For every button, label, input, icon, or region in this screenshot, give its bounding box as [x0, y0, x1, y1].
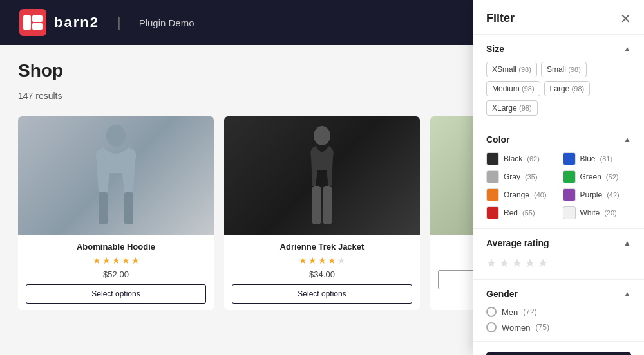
svg-rect-2 [32, 23, 43, 30]
rating-section-title: Average rating [486, 238, 549, 248]
svg-rect-8 [124, 192, 133, 224]
color-swatch-purple [563, 188, 576, 201]
product-image [18, 116, 214, 235]
svg-rect-11 [323, 186, 332, 224]
filter-header: Filter ✕ [473, 0, 644, 35]
product-card: Abominable Hoodie ★ ★ ★ ★ ★ $52.00 Selec… [18, 116, 214, 310]
svg-point-9 [314, 126, 330, 145]
color-item-white[interactable]: White (20) [563, 206, 632, 219]
product-info: Adrienne Trek Jacket ★ ★ ★ ★ ★ $34.00 Se… [224, 235, 420, 310]
main-layout: Shop 147 results Filter [0, 45, 644, 355]
rating-star-2[interactable]: ★ [499, 256, 509, 270]
rating-star-1[interactable]: ★ [486, 256, 497, 270]
filter-color-section: Color ▲ Black (62) Blue (81) Gray (35) [473, 125, 644, 229]
color-swatch-red [486, 206, 499, 219]
radio-women [486, 322, 497, 332]
product-name: Abominable Hoodie [26, 242, 206, 251]
gender-chevron-icon: ▲ [623, 289, 631, 298]
product-price: $52.00 [26, 269, 206, 279]
size-tag-large[interactable]: Large (98) [544, 81, 591, 96]
color-section-title: Color [486, 134, 510, 145]
product-stars: ★ ★ ★ ★ ★ [26, 255, 206, 266]
product-stars: ★ ★ ★ ★ ★ [232, 255, 412, 266]
color-section-header: Color ▲ [486, 134, 631, 145]
select-options-button[interactable]: Select options [26, 284, 206, 304]
color-grid: Black (62) Blue (81) Gray (35) Green (52… [486, 152, 631, 219]
gender-section-title: Gender [486, 289, 518, 299]
product-card: Adrienne Trek Jacket ★ ★ ★ ★ ★ $34.00 Se… [224, 116, 420, 310]
color-item-black[interactable]: Black (62) [486, 152, 555, 165]
color-swatch-black [486, 152, 499, 165]
product-image [224, 116, 420, 235]
logo-icon [19, 9, 46, 36]
rating-chevron-icon: ▲ [623, 239, 631, 248]
rating-star-5[interactable]: ★ [538, 256, 548, 270]
size-tag-small[interactable]: Small (98) [541, 62, 587, 77]
filter-panel-title: Filter [486, 12, 515, 25]
color-swatch-blue [563, 152, 576, 165]
svg-rect-1 [32, 15, 43, 22]
filter-size-section: Size ▲ XSmall (98) Small (98) Medium (98… [473, 35, 644, 125]
product-silhouette [293, 122, 351, 231]
rating-stars: ★ ★ ★ ★ ★ [486, 256, 631, 270]
color-swatch-gray [486, 170, 499, 183]
color-item-gray[interactable]: Gray (35) [486, 170, 555, 183]
filter-panel: Filter ✕ Size ▲ XSmall (98) Small (98) M… [473, 0, 644, 355]
size-section-header: Size ▲ [486, 44, 631, 54]
color-swatch-white [563, 206, 576, 219]
rating-star-3[interactable]: ★ [512, 256, 522, 270]
product-price: $34.00 [232, 269, 412, 279]
color-item-orange[interactable]: Orange (40) [486, 188, 555, 201]
color-item-red[interactable]: Red (55) [486, 206, 555, 219]
product-silhouette [87, 122, 145, 231]
close-filter-button[interactable]: ✕ [620, 12, 631, 25]
size-tag-medium[interactable]: Medium (98) [486, 81, 540, 96]
select-options-button[interactable]: Select options [232, 284, 412, 304]
plugin-demo-label: Plugin Demo [139, 17, 194, 28]
filter-gender-section: Gender ▲ Men (72) Women (75) [473, 280, 644, 342]
rating-star-4[interactable]: ★ [525, 256, 535, 270]
gender-option-men[interactable]: Men (72) [486, 307, 631, 317]
color-chevron-icon: ▲ [623, 135, 631, 144]
apply-filters-button[interactable]: Apply Filters [486, 352, 631, 355]
size-chevron-icon: ▲ [623, 44, 631, 53]
svg-rect-7 [99, 192, 108, 224]
logo-text: barn2 [54, 14, 99, 31]
product-name: Adrienne Trek Jacket [232, 242, 412, 251]
svg-point-6 [106, 125, 126, 147]
color-swatch-orange [486, 188, 499, 201]
svg-rect-10 [312, 186, 321, 224]
gender-section-header: Gender ▲ [486, 289, 631, 299]
svg-rect-0 [23, 15, 31, 30]
radio-men [486, 307, 497, 317]
product-info: Abominable Hoodie ★ ★ ★ ★ ★ $52.00 Selec… [18, 235, 214, 310]
rating-section-header: Average rating ▲ [486, 238, 631, 248]
nav-separator: | [117, 14, 121, 31]
gender-option-women[interactable]: Women (75) [486, 322, 631, 332]
size-tags: XSmall (98) Small (98) Medium (98) Large… [486, 62, 631, 116]
apply-section: Apply Filters [473, 342, 644, 355]
color-item-green[interactable]: Green (52) [563, 170, 632, 183]
size-section-title: Size [486, 44, 504, 54]
color-item-blue[interactable]: Blue (81) [563, 152, 632, 165]
results-count: 147 results [18, 91, 62, 101]
size-tag-xlarge[interactable]: XLarge (98) [486, 100, 538, 116]
color-swatch-green [563, 170, 576, 183]
size-tag-xsmall[interactable]: XSmall (98) [486, 62, 537, 77]
color-item-purple[interactable]: Purple (42) [563, 188, 632, 201]
logo-area: barn2 | Plugin Demo [19, 9, 194, 36]
filter-rating-section: Average rating ▲ ★ ★ ★ ★ ★ [473, 229, 644, 280]
gender-options: Men (72) Women (75) [486, 307, 631, 332]
